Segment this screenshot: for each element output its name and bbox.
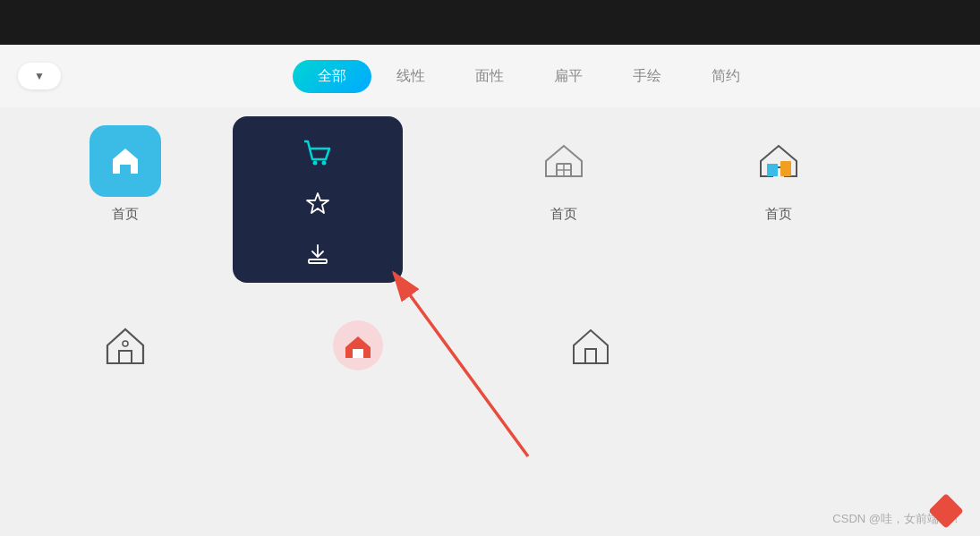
svg-point-1 — [322, 161, 327, 166]
home-colored-icon — [747, 130, 810, 192]
icon-box-simple[interactable] — [89, 310, 161, 381]
icon-box-outline1[interactable] — [528, 125, 600, 197]
svg-rect-6 — [780, 161, 791, 176]
tab-flat[interactable]: 扁平 — [529, 60, 608, 93]
cart-icon — [297, 132, 338, 174]
popup-cart-icon[interactable] — [297, 132, 338, 174]
dropdown-button[interactable]: ▼ — [18, 63, 61, 89]
icon-card-home-pink — [304, 310, 412, 381]
tab-all[interactable]: 全部 — [293, 60, 371, 93]
tab-hand[interactable]: 手绘 — [608, 60, 686, 93]
watermark: CSDN @哇，女前端哎！ — [832, 511, 962, 527]
star-icon — [300, 186, 336, 222]
icon-label-home-outline2: 首页 — [765, 206, 792, 223]
tab-linear[interactable]: 线性 — [371, 60, 450, 93]
home-door-icon — [562, 317, 620, 375]
icon-card-home-door — [537, 310, 644, 381]
icon-box-outline2[interactable] — [743, 125, 814, 197]
svg-rect-16 — [928, 493, 964, 529]
icon-row-2 — [0, 301, 980, 381]
top-bar — [0, 0, 980, 45]
tab-simple[interactable]: 简约 — [686, 60, 765, 93]
icon-box-home-blue[interactable] — [89, 125, 161, 197]
red-diamond-icon — [926, 491, 967, 532]
icon-label-home-outline1: 首页 — [550, 206, 577, 223]
filter-tabs: 全部 线性 面性 扁平 手绘 简约 — [97, 60, 962, 93]
home-simple-icon — [97, 317, 155, 375]
chevron-down-icon: ▼ — [34, 70, 45, 82]
home-warehouse-icon — [533, 130, 595, 192]
icon-row-1: 首页 — [0, 107, 980, 283]
content-area: 首页 — [0, 107, 980, 536]
popup-star-icon[interactable] — [300, 186, 336, 222]
popup-download-icon[interactable] — [300, 234, 336, 270]
icon-card-home-outline2: 首页 — [725, 125, 832, 223]
svg-rect-9 — [119, 351, 132, 363]
popup-card[interactable] — [233, 116, 403, 283]
icon-card-home-simple — [72, 310, 179, 381]
icon-box-door[interactable] — [555, 310, 626, 381]
icon-card-home-outline1: 首页 — [510, 125, 618, 223]
svg-point-11 — [123, 341, 128, 346]
home-pink-icon — [329, 317, 388, 375]
tab-solid[interactable]: 面性 — [450, 60, 529, 93]
icon-box-pink[interactable] — [322, 310, 394, 381]
icon-card-home-blue: 首页 — [72, 125, 179, 223]
svg-point-0 — [313, 161, 318, 166]
svg-rect-14 — [585, 349, 596, 363]
icon-label-home-blue: 首页 — [112, 206, 139, 223]
filter-bar: ▼ 全部 线性 面性 扁平 手绘 简约 — [0, 45, 980, 107]
download-icon — [300, 234, 336, 270]
home-blue-icon — [106, 141, 145, 181]
svg-rect-13 — [353, 349, 363, 358]
svg-rect-2 — [309, 259, 327, 263]
